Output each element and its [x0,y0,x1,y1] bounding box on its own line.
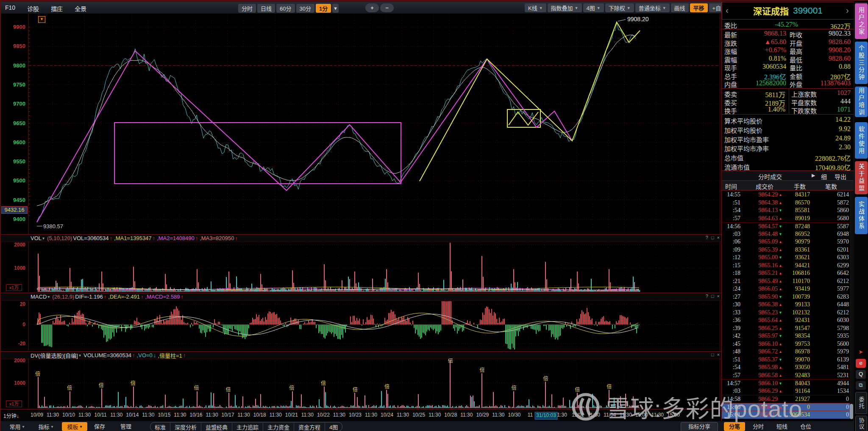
template-item-6[interactable]: 4图 [325,423,342,431]
close-icon[interactable]: × [717,352,720,358]
close-icon[interactable]: × [717,294,720,300]
toolbar-button-5[interactable]: 画线 [671,3,689,12]
dv-bar [246,407,247,408]
help-icon[interactable]: ? [706,235,708,241]
period-60分[interactable]: 60分 [276,4,295,13]
menu-item-1[interactable]: 诊股 [27,4,39,13]
period-日线[interactable]: 日线 [257,4,275,13]
dv-bar [230,406,231,408]
tick-row[interactable]: :219865.49▲1101706212 [722,277,851,285]
tick-row[interactable]: :579866.58▲924835231 [722,372,851,379]
period-30分[interactable]: 30分 [296,4,314,13]
vol-bar [161,291,162,292]
tick-row[interactable]: :399866.25▲915475798 [722,325,851,332]
template-item-2[interactable]: 益盟经典 [201,423,232,431]
maximize-icon[interactable]: □ [711,294,714,300]
side-tab-2[interactable]: 用户培训 [855,87,868,117]
close-icon[interactable]: × [717,235,720,241]
next-stock-arrow[interactable]: › [846,6,849,15]
bottom-menu-1[interactable]: 指标▾ [33,422,58,431]
vol-bar [66,289,67,292]
main-y-label: 9900 [1,24,25,30]
tick-tab-分时[interactable]: 分时 [748,422,769,431]
toolbar-button-0[interactable]: K线▼ [525,3,546,12]
tick-row[interactable]: :519865.37▼990706139 [722,356,851,364]
tick-row[interactable]: :309866.38▲991336448 [722,301,851,308]
toolbar-button-1[interactable]: 指数叠加▼ [548,3,582,12]
tick-row[interactable]: :369865.64▲924316030 [722,316,851,324]
period-分时[interactable]: 分时 [238,4,256,13]
tick-row[interactable]: :429865.97▼983545935 [722,332,851,340]
bottom-button-管理[interactable]: 管理 [120,422,144,431]
tick-row[interactable]: :579864.63▲890195680 [722,215,851,222]
toolbar-button-3[interactable]: 下除权▼ [605,3,634,12]
tick-row[interactable]: :039866.29▲911641534 [722,387,851,395]
side-tab-0[interactable]: 用户之家 [855,3,868,39]
tick-row[interactable]: :189865.21▲1068166642 [722,269,851,277]
macd-pane-label-0[interactable]: MACD [31,294,47,300]
zoom-out-button[interactable]: − [380,3,394,12]
up-arrow-icon: ▲ [779,350,782,354]
tick-row[interactable]: 14:569864.57▼872485587 [722,222,851,230]
tick-row[interactable]: :249866.05▲934195977 [722,285,851,293]
tick-row[interactable]: :519864.38▲865705872 [722,199,851,207]
e-icon[interactable]: e [856,359,866,368]
cursor-icon[interactable]: ➤ [856,348,866,357]
crop-icon[interactable]: ⧉ [856,381,866,390]
tick-row[interactable]: :069865.09▲909795970 [722,238,851,246]
side-tab-1[interactable]: 个股三分钟 [855,42,868,84]
bottom-menu-0[interactable]: 常用▾ [4,422,30,431]
tick-tab-分笔[interactable]: 分笔 [724,422,745,431]
template-item-0[interactable]: 标准 [150,423,170,431]
menu-item-0[interactable]: F10 [5,4,15,13]
menu-item-2[interactable]: 擂庄 [51,4,63,13]
tick-detail-button[interactable]: 细 [821,172,827,181]
tick-row[interactable]: :039864.48▼869526948 [722,230,851,238]
menu-item-3[interactable]: 全景 [75,4,86,13]
tick-row[interactable]: 15:009868.13▲00 [722,403,851,411]
tick-expand-icon[interactable]: ▶ [812,173,815,178]
template-item-3[interactable]: 主力追踪 [232,423,263,431]
share-indicator-button[interactable]: 指标分享 [681,422,718,431]
tick-row[interactable]: 15:019868.1330605340 [722,411,851,419]
tick-row[interactable]: :489866.72▲869785979 [722,348,851,355]
tick-tab-短线[interactable]: 短线 [771,422,793,431]
maximize-icon[interactable]: □ [711,235,714,241]
vol-pane-label-0[interactable]: VOL [31,235,42,241]
prev-stock-arrow[interactable]: ‹ [726,6,729,15]
period-dropdown-icon[interactable]: ▾ [332,4,339,13]
tick-row[interactable]: :549864.13▼855815860 [722,207,851,214]
tick-row[interactable]: :459866.10▲997535600 [722,340,851,348]
tick-scrollbar-thumb[interactable] [850,404,853,419]
tick-row[interactable]: :099865.39▲833616201 [722,246,851,254]
side-tab-5[interactable]: 实战体系 [855,197,868,234]
macd-pane-labels: MACD▾(26,12,9)DIF=-1.196↑,DEA=-2.491↑,MA… [31,294,624,300]
bottom-button-保存[interactable]: 保存 [94,422,118,431]
qq-icon[interactable]: Q [856,370,866,379]
side-tab-4[interactable]: 关于益盟 [855,161,868,194]
tick-tab-仓位[interactable]: 仓位 [795,422,816,431]
side-button-协议[interactable]: 协议 [855,416,867,431]
toolbar-button-4[interactable]: 普通坐标▼ [635,3,670,12]
template-item-5[interactable]: 资金方程 [294,423,325,431]
maximize-icon[interactable]: □ [711,352,714,358]
tick-row[interactable]: :129865.00▼936216303 [722,254,851,261]
period-active[interactable]: 1分 [316,4,331,13]
side-button-委托[interactable]: 委托 [855,392,867,414]
bottom-menu-2[interactable]: 模板▾ [62,422,87,431]
tick-export-button[interactable]: 导出 [835,172,846,181]
zoom-in-button[interactable]: + [365,3,379,12]
tick-row[interactable]: 14:589866.29219270 [722,395,851,403]
tick-row[interactable]: 14:579866.10▼840434944 [722,379,851,387]
tick-row[interactable]: :549865.98▲930505481 [722,364,851,371]
side-tab-3[interactable]: 软件使用 [855,122,868,159]
help-icon[interactable]: ? [706,294,708,300]
template-item-1[interactable]: 深度分析 [170,423,201,431]
toolbar-button-6[interactable]: 平移 [690,3,708,12]
tick-row[interactable]: :339865.23▼1021326212 [722,309,851,316]
template-item-4[interactable]: 主力资金 [263,423,294,431]
tick-row[interactable]: :159865.16▲944216299 [722,262,851,269]
toolbar-button-2[interactable]: 4图▼ [583,3,604,12]
tick-row[interactable]: :279865.90▼1007396283 [722,293,851,301]
tick-row[interactable]: 14:559864.29▲843176214 [722,191,851,199]
